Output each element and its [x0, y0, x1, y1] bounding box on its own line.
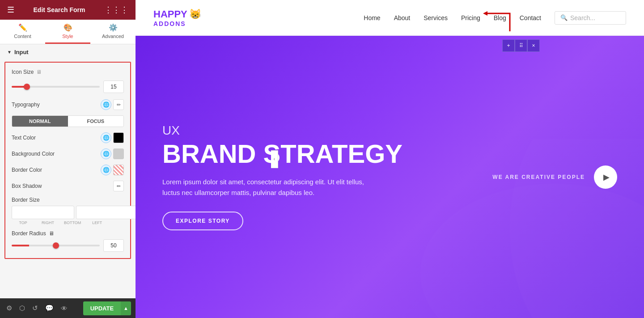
bg-color-swatch[interactable] — [113, 148, 124, 159]
text-color-label: Text Color — [12, 135, 36, 141]
advanced-tab-icon: ⚙️ — [109, 23, 118, 32]
toolbar-close-btn[interactable]: × — [527, 39, 540, 52]
input-section-label: Input — [14, 49, 29, 55]
hero-content: UX BRAND STRATEGY Lorem ipsum dolor sit … — [162, 123, 402, 231]
border-size-section: Border Size 🔗 TOP RIGHT BOTTOM LEFT — [8, 194, 127, 228]
panel-tabs: ✏️ Content 🎨 Style ⚙️ Advanced — [0, 20, 136, 44]
advanced-tab-label: Advanced — [102, 34, 124, 39]
we-are-text: WE ARE CREATIVE PEOPLE — [492, 174, 585, 180]
search-placeholder: Search... — [570, 14, 595, 21]
input-section-header[interactable]: ▼ Input — [0, 44, 136, 60]
background-color-row: Background Color 🌐 — [8, 146, 127, 162]
website-preview: HAPPY 😸 ADDONS Home About Services Prici… — [136, 0, 644, 318]
site-header: HAPPY 😸 ADDONS Home About Services Prici… — [136, 0, 644, 36]
typography-label: Typography — [12, 102, 40, 108]
border-radius-slider[interactable] — [12, 245, 100, 246]
icon-size-slider[interactable] — [12, 86, 100, 88]
tab-style[interactable]: 🎨 Style — [45, 20, 90, 44]
top-label: TOP — [12, 220, 34, 225]
update-group: UPDATE ▲ — [83, 301, 131, 315]
bg-color-globe-btn[interactable]: 🌐 — [101, 148, 111, 159]
nav-pricing[interactable]: Pricing — [461, 14, 480, 21]
border-color-row: Border Color 🌐 — [8, 162, 127, 178]
panel-content: ▼ Input Icon Size 🖥 15 Typography — [0, 44, 136, 298]
text-color-globe-btn[interactable]: 🌐 — [101, 132, 111, 143]
tab-advanced[interactable]: ⚙️ Advanced — [90, 20, 136, 44]
state-tabs: NORMAL FOCUS — [12, 115, 124, 127]
border-color-label: Border Color — [12, 167, 42, 173]
bottom-bar: ⚙ ⬡ ↺ 💬 👁 UPDATE ▲ — [0, 298, 136, 318]
comments-icon[interactable]: 💬 — [43, 302, 55, 314]
box-shadow-label: Box Shadow — [12, 183, 42, 189]
icon-size-slider-container: 15 — [8, 79, 127, 97]
toolbar-add-btn[interactable]: + — [502, 39, 515, 52]
border-radius-slider-row: 50 — [12, 239, 124, 252]
border-color-controls: 🌐 — [101, 165, 124, 175]
border-radius-monitor-icon: 🖥 — [49, 230, 54, 237]
nav-home[interactable]: Home — [364, 14, 380, 21]
nav-services[interactable]: Services — [424, 14, 448, 21]
typography-row: Typography 🌐 ✏ — [8, 97, 127, 113]
content-tab-icon: ✏️ — [18, 23, 27, 32]
input-settings-box: Icon Size 🖥 15 Typography 🌐 ✏ — [4, 62, 131, 259]
collapse-panel-btn[interactable]: ‹ — [271, 150, 278, 168]
box-shadow-row: Box Shadow ✏ — [8, 178, 127, 194]
section-arrow-icon: ▼ — [7, 50, 12, 55]
content-tab-label: Content — [14, 34, 31, 39]
play-button[interactable]: ▶ — [594, 165, 617, 189]
hero-subtitle: UX — [162, 123, 402, 138]
grid-icon[interactable]: ⋮⋮⋮ — [104, 5, 128, 15]
history-icon[interactable]: ↺ — [30, 302, 40, 314]
border-right-input[interactable] — [76, 206, 136, 219]
border-inputs-row: 🔗 — [12, 206, 124, 219]
text-color-swatch[interactable] — [113, 132, 124, 143]
bottom-label: BOTTOM — [61, 220, 84, 225]
focus-tab[interactable]: FOCUS — [68, 116, 124, 127]
border-radius-label: Border Radius 🖥 — [12, 230, 124, 237]
border-color-globe-btn[interactable]: 🌐 — [101, 165, 111, 175]
search-box[interactable]: 🔍 Search... — [555, 11, 626, 25]
visibility-icon[interactable]: 👁 — [59, 303, 69, 314]
tab-content[interactable]: ✏️ Content — [0, 20, 45, 44]
style-tab-label: Style — [62, 34, 73, 39]
border-top-input[interactable] — [12, 206, 74, 219]
hero-title: BRAND STRATEGY — [162, 140, 402, 168]
logo-emoji: 😸 — [189, 8, 201, 20]
settings-icon[interactable]: ⚙ — [4, 302, 14, 314]
nav-about[interactable]: About — [394, 14, 411, 21]
left-label: LEFT — [86, 220, 109, 225]
background-color-label: Background Color — [12, 151, 55, 157]
border-radius-section: Border Radius 🖥 50 — [8, 228, 127, 254]
hero-description: Lorem ipsum dolor sit amet, consectetur … — [162, 177, 377, 198]
text-color-controls: 🌐 — [101, 132, 124, 143]
update-button[interactable]: UPDATE — [83, 301, 121, 315]
monitor-icon: 🖥 — [36, 69, 42, 75]
typography-edit-btn[interactable]: ✏ — [113, 99, 124, 110]
typography-globe-btn[interactable]: 🌐 — [101, 99, 111, 110]
border-radius-value: 50 — [103, 239, 124, 252]
nav-contact[interactable]: Contact — [520, 14, 541, 21]
explore-story-btn[interactable]: EXPLORE STORY — [162, 212, 243, 230]
left-panel: ☰ Edit Search Form ⋮⋮⋮ ✏️ Content 🎨 Styl… — [0, 0, 136, 318]
box-shadow-edit-btn[interactable]: ✏ — [113, 181, 124, 191]
layers-icon[interactable]: ⬡ — [17, 302, 27, 314]
play-icon: ▶ — [603, 172, 610, 182]
border-color-swatch[interactable] — [113, 165, 124, 175]
typography-controls: 🌐 ✏ — [101, 99, 124, 110]
logo-addons: ADDONS — [153, 20, 186, 27]
hamburger-icon[interactable]: ☰ — [7, 5, 14, 15]
text-color-row: Text Color 🌐 — [8, 130, 127, 146]
right-label: RIGHT — [36, 220, 59, 225]
style-tab-icon: 🎨 — [64, 23, 72, 32]
update-dropdown-btn[interactable]: ▲ — [121, 301, 131, 315]
logo: HAPPY 😸 ADDONS — [153, 8, 201, 27]
normal-tab[interactable]: NORMAL — [12, 116, 68, 127]
slider-row: 15 — [12, 81, 124, 93]
right-panel: HAPPY 😸 ADDONS Home About Services Prici… — [136, 0, 644, 318]
element-toolbar: + ⠿ × — [502, 39, 540, 52]
svg-marker-0 — [483, 11, 487, 16]
toolbar-move-btn[interactable]: ⠿ — [515, 39, 527, 52]
red-arrow — [479, 7, 514, 35]
icon-size-row: Icon Size 🖥 — [8, 66, 127, 78]
panel-header: ☰ Edit Search Form ⋮⋮⋮ — [0, 0, 136, 20]
